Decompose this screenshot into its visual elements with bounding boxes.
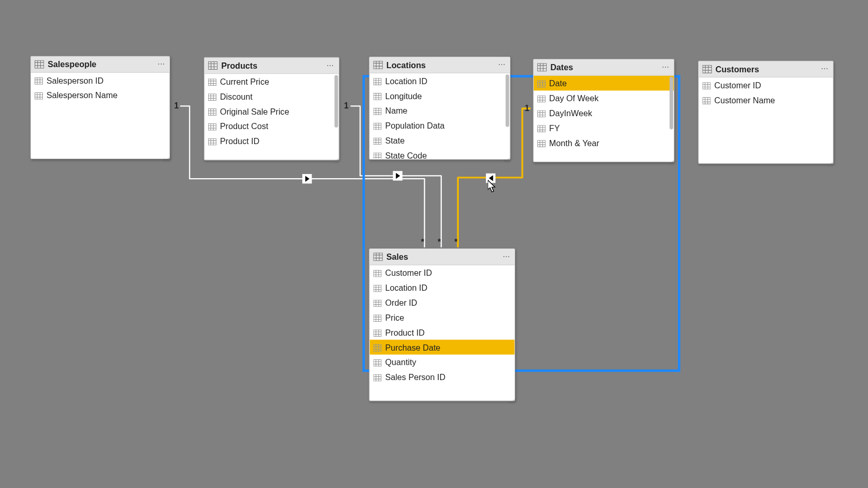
field-row[interactable]: Salesperson Name: [31, 88, 169, 103]
field-row[interactable]: Date: [534, 76, 674, 91]
table-field-list[interactable]: Customer IDCustomer Name: [699, 77, 833, 163]
direction-arrow-icon[interactable]: [302, 174, 312, 183]
table-title: Dates: [550, 62, 573, 72]
svg-rect-143: [374, 300, 381, 306]
field-label: Salesperson Name: [47, 90, 117, 100]
column-icon: [208, 107, 216, 115]
table-icon: [537, 63, 547, 71]
resize-handle-icon[interactable]: [334, 155, 338, 160]
svg-rect-8: [35, 77, 43, 84]
field-label: Product ID: [220, 136, 259, 146]
cardinality-label: 1: [174, 101, 179, 110]
table-field-list[interactable]: Current PriceDiscountOriginal Sale Price…: [205, 74, 339, 159]
field-row[interactable]: Longitude: [369, 88, 509, 103]
field-row[interactable]: Discount: [205, 89, 339, 104]
field-label: Name: [385, 106, 407, 115]
field-row[interactable]: Customer ID: [699, 77, 833, 92]
resize-handle-icon[interactable]: [669, 157, 674, 162]
field-row[interactable]: Location ID: [369, 280, 514, 295]
more-options-icon[interactable]: ⋯: [503, 253, 511, 261]
field-row[interactable]: Day Of Week: [534, 90, 674, 105]
more-options-icon[interactable]: ⋯: [158, 60, 166, 69]
direction-arrow-icon[interactable]: [393, 171, 402, 180]
field-row[interactable]: Population Data: [369, 118, 509, 133]
more-options-icon[interactable]: ⋯: [498, 61, 506, 69]
field-row[interactable]: Location ID: [369, 73, 509, 88]
field-label: Location ID: [385, 283, 427, 292]
table-field-list[interactable]: Location IDLongitudeNamePopulation DataS…: [369, 73, 509, 159]
cardinality-label: *: [421, 237, 424, 246]
table-salespeople[interactable]: Salespeople⋯Salesperson IDSalesperson Na…: [30, 56, 170, 159]
svg-rect-128: [374, 253, 382, 261]
field-row[interactable]: Customer ID: [369, 265, 514, 280]
table-header[interactable]: Sales⋯: [369, 249, 514, 265]
field-row[interactable]: State Code: [369, 148, 509, 159]
column-icon: [373, 299, 381, 306]
field-label: Order ID: [385, 297, 417, 307]
column-icon: [373, 373, 381, 381]
field-row[interactable]: FY: [534, 120, 674, 135]
scrollbar-thumb[interactable]: [506, 74, 509, 127]
field-row[interactable]: Name: [369, 103, 509, 118]
resize-handle-icon[interactable]: [165, 154, 169, 159]
field-row[interactable]: Customer Name: [699, 92, 833, 107]
table-header[interactable]: Customers⋯: [699, 61, 833, 77]
column-icon: [208, 92, 216, 100]
field-row[interactable]: Product ID: [369, 325, 514, 340]
table-header[interactable]: Locations⋯: [369, 57, 509, 73]
svg-rect-153: [374, 329, 381, 336]
svg-rect-133: [374, 270, 381, 277]
field-row[interactable]: Price: [369, 310, 514, 325]
table-products[interactable]: Products⋯Current PriceDiscountOriginal S…: [204, 57, 339, 161]
cardinality-label: 1: [525, 103, 530, 113]
field-row[interactable]: DayInWeek: [534, 105, 674, 120]
resize-handle-icon[interactable]: [828, 159, 833, 163]
resize-handle-icon[interactable]: [505, 154, 509, 159]
table-locations[interactable]: Locations⋯Location IDLongitudeNamePopula…: [369, 57, 510, 160]
svg-rect-58: [374, 93, 381, 100]
resize-handle-icon[interactable]: [510, 396, 515, 400]
table-header[interactable]: Products⋯: [205, 58, 339, 74]
field-row[interactable]: State: [369, 133, 509, 148]
field-row[interactable]: Order ID: [369, 295, 514, 310]
field-row[interactable]: Month & Year: [534, 135, 674, 150]
table-sales[interactable]: Sales⋯Customer IDLocation IDOrder IDPric…: [369, 248, 515, 401]
field-row[interactable]: Purchase Date: [369, 340, 514, 355]
table-field-list[interactable]: DateDay Of WeekDayInWeekFYMonth & Year: [534, 76, 674, 161]
table-icon: [373, 61, 382, 69]
table-header[interactable]: Dates⋯: [534, 59, 674, 75]
table-field-list[interactable]: Customer IDLocation IDOrder IDPriceProdu…: [369, 265, 514, 400]
column-icon: [373, 152, 381, 159]
svg-rect-78: [374, 152, 381, 159]
field-label: State: [385, 136, 405, 145]
field-row[interactable]: Original Sale Price: [205, 104, 339, 119]
mouse-cursor: [488, 180, 497, 193]
column-icon: [537, 124, 546, 132]
field-label: Discount: [220, 91, 253, 101]
field-label: Customer Name: [714, 95, 775, 104]
direction-arrow-icon[interactable]: [486, 174, 495, 183]
field-row[interactable]: Product Cost: [205, 119, 339, 134]
column-icon: [373, 343, 381, 351]
more-options-icon[interactable]: ⋯: [821, 65, 829, 73]
model-canvas[interactable]: Salespeople⋯Salesperson IDSalesperson Na…: [0, 0, 868, 488]
more-options-icon[interactable]: ⋯: [662, 63, 670, 71]
cardinality-label: *: [438, 237, 441, 246]
table-customers[interactable]: Customers⋯Customer IDCustomer Name: [698, 61, 833, 164]
field-row[interactable]: Product ID: [205, 133, 339, 148]
field-row[interactable]: Current Price: [205, 74, 339, 89]
table-header[interactable]: Salespeople⋯: [31, 57, 169, 73]
table-dates[interactable]: Dates⋯DateDay Of WeekDayInWeekFYMonth & …: [533, 59, 674, 162]
scrollbar-thumb[interactable]: [670, 77, 673, 130]
column-icon: [208, 78, 216, 85]
field-row[interactable]: Sales Person ID: [369, 369, 514, 384]
table-icon: [35, 60, 44, 69]
field-label: Product ID: [385, 327, 424, 337]
field-row[interactable]: Salesperson ID: [31, 73, 169, 88]
svg-rect-168: [374, 374, 381, 381]
scrollbar-thumb[interactable]: [334, 75, 338, 128]
more-options-icon[interactable]: ⋯: [327, 61, 335, 70]
field-row[interactable]: Quantity: [369, 355, 514, 370]
field-label: Purchase Date: [385, 342, 440, 352]
table-field-list[interactable]: Salesperson IDSalesperson Name: [31, 73, 169, 158]
